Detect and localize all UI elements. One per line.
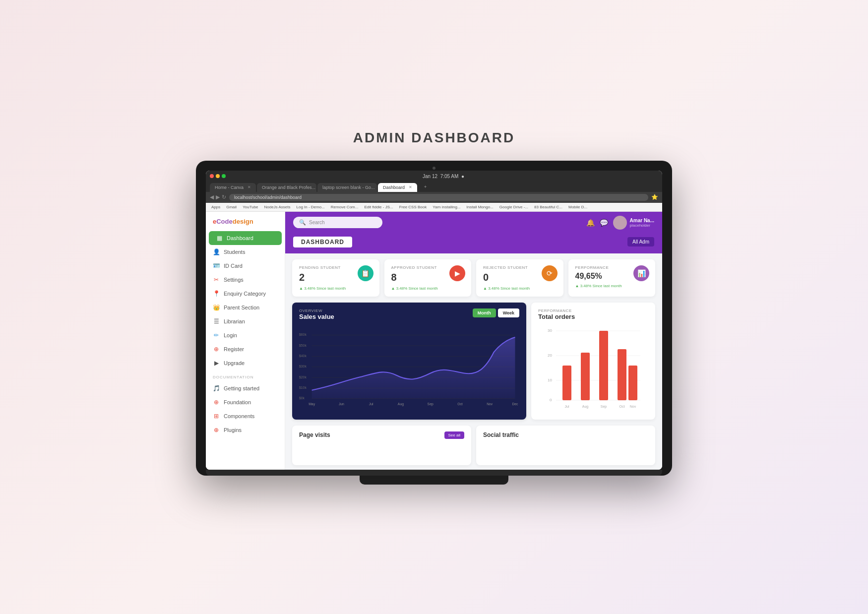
top-header: 🔍 Search 🔔 💬 Amar Na... placeholder (285, 212, 662, 234)
bar-sep (599, 331, 608, 400)
sidebar-label-plugins: Plugins (224, 427, 242, 433)
bookmark-beautiful[interactable]: 83 Beautiful C... (533, 204, 564, 210)
bookmark-drive[interactable]: Google Drive -... (498, 204, 530, 210)
plugins-icon: ⊕ (213, 427, 220, 433)
svg-text:Aug: Aug (398, 402, 404, 406)
parent-icon: 👑 (213, 304, 220, 311)
performance-title: Total orders (538, 313, 575, 320)
laptop-stand (360, 476, 508, 485)
forward-button[interactable]: ▶ (216, 194, 220, 200)
search-box[interactable]: 🔍 Search (293, 217, 382, 228)
tab-orange[interactable]: Orange and Black Profes... ✕ (257, 183, 316, 192)
stat-card-approved: APPROVED STUDENT 8 ▲ 3.48% Since last mo… (384, 259, 472, 297)
social-traffic-title: Social traffic (483, 431, 519, 438)
tab-dashboard[interactable]: Dashboard ✕ (378, 183, 417, 192)
components-icon: ⊞ (213, 413, 220, 420)
bookmark-mongo[interactable]: Install Mongo... (465, 204, 495, 210)
search-icon: 🔍 (299, 219, 306, 226)
sidebar-item-plugins[interactable]: ⊕ Plugins (206, 423, 285, 437)
sales-chart-area: $60k $50k $40k $30k $20k $10k $0k (299, 324, 519, 414)
chart-toggle: Month Week (473, 308, 519, 317)
bookmarks-bar: Apps Gmail YouTube NodeJs Assets Log In … (206, 203, 662, 212)
tab-canva[interactable]: Home - Canva ✕ (210, 183, 256, 192)
svg-text:$40k: $40k (299, 354, 307, 358)
tab-laptop[interactable]: laptop screen blank - Go... ✕ (317, 183, 377, 192)
new-tab-button[interactable]: ＋ (418, 182, 433, 192)
sidebar-item-students[interactable]: 👤 Students (206, 245, 285, 259)
reload-button[interactable]: ↻ (222, 194, 226, 200)
sidebar-item-foundation[interactable]: ⊕ Foundation (206, 395, 285, 409)
url-input[interactable]: localhost/school/admin/dashboard (229, 194, 648, 201)
browser-title: Jan 12 7:05 AM ● (229, 174, 658, 179)
sidebar-label-login: Login (224, 332, 237, 338)
dashboard-icon: ▦ (216, 235, 223, 242)
sidebar-item-parent[interactable]: 👑 Parent Section (206, 301, 285, 314)
dashboard-badge: DASHBOARD (293, 237, 352, 247)
user-avatar (613, 216, 627, 230)
svg-text:Oct: Oct (457, 402, 463, 405)
bookmark-remove[interactable]: Remove Com... (329, 204, 360, 210)
user-subtitle: placeholder (630, 223, 654, 228)
svg-text:$20k: $20k (299, 375, 307, 378)
laptop-screen: Jan 12 7:05 AM ● Home - Canva ✕ Orange a… (206, 171, 662, 470)
close-dot[interactable] (210, 174, 214, 178)
sidebar-item-components[interactable]: ⊞ Components (206, 409, 285, 423)
sidebar-item-getting-started[interactable]: 🎵 Getting started (206, 381, 285, 395)
bookmark-login[interactable]: Log In - Demo... (295, 204, 326, 210)
bar-oct (618, 349, 626, 400)
bar-nov (628, 366, 637, 400)
sidebar-item-register[interactable]: ⊕ Register (206, 342, 285, 356)
browser-chrome: Jan 12 7:05 AM ● Home - Canva ✕ Orange a… (206, 171, 662, 192)
stat-change-performance: ▲ 3.48% Since last month (575, 284, 649, 288)
sidebar-label-enquiry: Enquiry Category (224, 291, 266, 297)
sidebar-item-librarian[interactable]: ☰ Librarian (206, 314, 285, 328)
see-all-button[interactable]: See all (444, 431, 464, 439)
sidebar-label-librarian: Librarian (224, 318, 245, 324)
stat-icon-rejected: ⟳ (542, 265, 558, 281)
sidebar-item-enquiry[interactable]: 📍 Enquiry Category (206, 287, 285, 301)
upgrade-icon: ▶ (213, 360, 220, 367)
sidebar-label-upgrade: Upgrade (224, 360, 245, 366)
maximize-dot[interactable] (222, 174, 226, 178)
sidebar-logo: eCodedesign (206, 212, 285, 231)
bell-icon[interactable]: 🔔 (586, 219, 595, 227)
week-toggle-button[interactable]: Week (498, 308, 519, 317)
bookmark-mobile[interactable]: Mobile D... (567, 204, 589, 210)
svg-text:$0k: $0k (299, 396, 305, 400)
chart-fill-area (312, 337, 515, 398)
page-visits-card: Page visits See all (292, 426, 471, 465)
minimize-dot[interactable] (216, 174, 220, 178)
bookmark-apps[interactable]: Apps (210, 204, 222, 210)
page-title: ADMIN DASHBOARD (353, 130, 515, 146)
chat-icon[interactable]: 💬 (600, 219, 608, 227)
bookmark-nodejs[interactable]: NodeJs Assets (263, 204, 292, 210)
sales-chart-svg: $60k $50k $40k $30k $20k $10k $0k (299, 324, 519, 414)
doc-section-label: DOCUMENTATION (206, 370, 285, 381)
social-traffic-card: Social traffic (476, 426, 655, 465)
stat-icon-pending: 📋 (358, 265, 373, 281)
svg-text:$60k: $60k (299, 333, 307, 336)
back-button[interactable]: ◀ (210, 194, 214, 200)
sales-chart-card: OVERVIEW Sales value Month Week $ (292, 303, 526, 420)
bookmark-youtube[interactable]: YouTube (241, 204, 259, 210)
stat-change-rejected: ▲ 3.48% Since last month (483, 286, 557, 291)
sidebar-item-dashboard[interactable]: ▦ Dashboard (209, 231, 282, 245)
month-toggle-button[interactable]: Month (473, 308, 496, 317)
svg-text:Sep: Sep (428, 402, 434, 406)
bookmark-css[interactable]: Free CSS Book (398, 204, 429, 210)
bookmark-yarn[interactable]: Yarn installing... (431, 204, 462, 210)
sidebar-label-settings: Settings (224, 277, 244, 283)
admin-badge: All Adm (627, 237, 654, 246)
stat-card-pending: PENDING STUDENT 2 ▲ 3.48% Since last mon… (292, 259, 379, 297)
bottom-row: Page visits See all Social traffic (285, 426, 662, 470)
bookmark-edit[interactable]: Edit fiddle - JS... (363, 204, 394, 210)
sidebar-item-upgrade[interactable]: ▶ Upgrade (206, 356, 285, 370)
sidebar-item-settings[interactable]: ✂ Settings (206, 273, 285, 287)
sidebar-item-login[interactable]: ✏ Login (206, 328, 285, 342)
register-icon: ⊕ (213, 346, 220, 353)
bookmark-gmail[interactable]: Gmail (225, 204, 238, 210)
sidebar-item-idcard[interactable]: 🪪 ID Card (206, 259, 285, 273)
stat-card-performance: PERFORMANCE 49,65% ▲ 3.48% Since last mo… (568, 259, 656, 297)
sidebar-label-parent: Parent Section (224, 305, 259, 310)
address-bar: ◀ ▶ ↻ localhost/school/admin/dashboard ⭐ (206, 192, 662, 203)
